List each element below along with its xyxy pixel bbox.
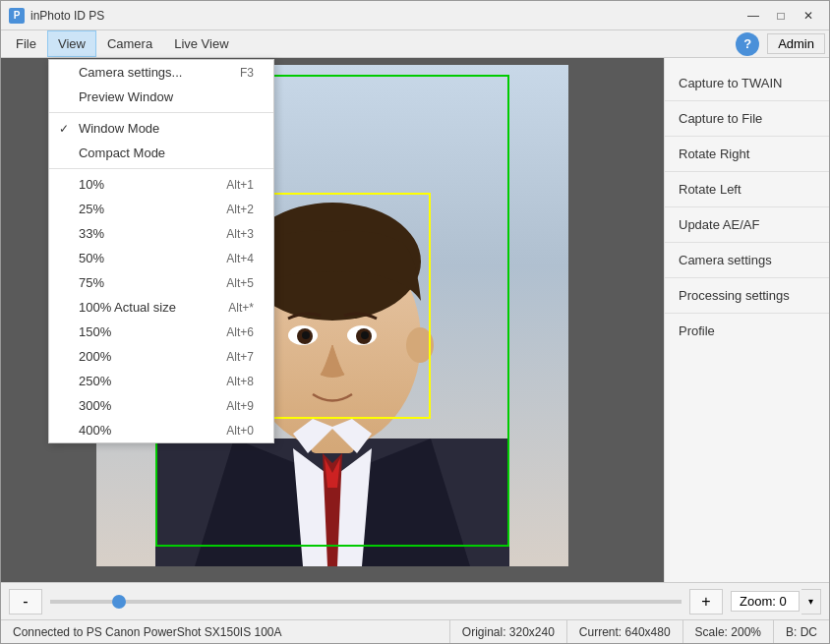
rotate-left-button[interactable]: Rotate Left [665,172,829,207]
dropdown-300pct[interactable]: 300% Alt+9 [49,393,273,418]
profile-button[interactable]: Profile [665,314,829,348]
zoom-label: Zoom: 0 ▾ [731,589,821,615]
zoom-slider[interactable] [50,600,682,604]
dropdown-33pct[interactable]: 33% Alt+3 [49,221,273,246]
menu-file[interactable]: File [5,30,47,57]
dropdown-400pct[interactable]: 400% Alt+0 [49,418,273,442]
menu-camera[interactable]: Camera [96,30,163,57]
status-original: Original: 320x240 [450,620,567,643]
dropdown-10pct[interactable]: 10% Alt+1 [49,172,273,197]
bottom-controls: - + Zoom: 0 ▾ [1,582,829,619]
window-controls: — □ ✕ [741,6,821,26]
app-window: P inPhoto ID PS — □ ✕ File View Camera s… [0,0,830,644]
right-sidebar: Capture to TWAIN Capture to File Rotate … [664,58,829,582]
close-button[interactable]: ✕ [796,6,821,26]
svg-point-11 [302,331,310,339]
menu-bar: File View Camera settings... F3 Preview … [1,30,829,58]
dropdown-250pct[interactable]: 250% Alt+8 [49,369,273,393]
menu-live-view[interactable]: Live View [163,30,239,57]
status-current: Current: 640x480 [567,620,683,643]
title-bar: P inPhoto ID PS — □ ✕ [1,1,829,30]
zoom-plus-button[interactable]: + [689,589,723,615]
status-scale: Scale: 200% [683,620,774,643]
zoom-minus-button[interactable]: - [9,589,42,615]
menu-view[interactable]: View Camera settings... F3 Preview Windo… [47,30,96,57]
maximize-button[interactable]: □ [768,6,794,26]
dropdown-preview-window[interactable]: Preview Window [49,85,273,109]
separator-2 [49,168,273,169]
help-button[interactable]: ? [736,32,759,56]
zoom-slider-container [50,600,682,604]
svg-point-12 [361,331,369,339]
capture-file-button[interactable]: Capture to File [665,101,829,137]
svg-point-14 [406,327,434,363]
dropdown-50pct[interactable]: 50% Alt+4 [49,246,273,270]
app-icon: P [9,8,25,24]
dropdown-200pct[interactable]: 200% Alt+7 [49,344,273,369]
processing-settings-button[interactable]: Processing settings [665,278,829,314]
status-connection: Connected to PS Canon PowerShot SX150IS … [1,620,450,643]
zoom-value: Zoom: 0 [731,591,800,612]
admin-button[interactable]: Admin [767,33,825,54]
zoom-dropdown-button[interactable]: ▾ [801,589,821,615]
status-mode: B: DC [774,620,829,643]
status-bar: Connected to PS Canon PowerShot SX150IS … [1,619,829,643]
dropdown-25pct[interactable]: 25% Alt+2 [49,197,273,221]
menu-bar-right: ? Admin [736,30,825,57]
dropdown-75pct[interactable]: 75% Alt+5 [49,270,273,295]
view-dropdown: Camera settings... F3 Preview Window Win… [48,59,274,443]
update-aeaf-button[interactable]: Update AE/AF [665,207,829,243]
minimize-button[interactable]: — [741,6,766,26]
window-title: inPhoto ID PS [30,9,741,23]
camera-settings-button[interactable]: Camera settings [665,243,829,278]
dropdown-150pct[interactable]: 150% Alt+6 [49,320,273,344]
separator-1 [49,112,273,113]
dropdown-100pct[interactable]: 100% Actual size Alt+* [49,295,273,320]
capture-twain-button[interactable]: Capture to TWAIN [665,66,829,101]
rotate-right-button[interactable]: Rotate Right [665,137,829,172]
dropdown-compact-mode[interactable]: Compact Mode [49,141,273,165]
dropdown-camera-settings[interactable]: Camera settings... F3 [49,60,273,85]
dropdown-window-mode[interactable]: Window Mode [49,116,273,141]
